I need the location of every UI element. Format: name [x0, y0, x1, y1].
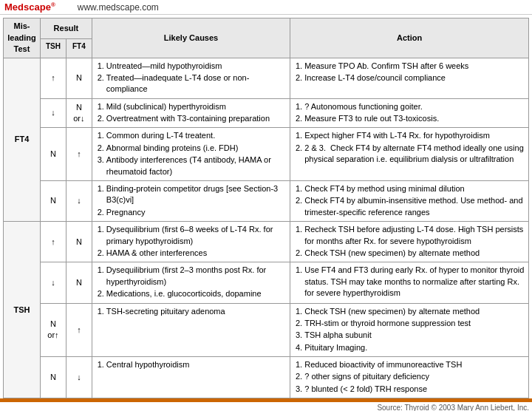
action-cell: Check TSH (new specimen) by alternate me…: [290, 303, 529, 357]
tsh-value: N: [40, 357, 66, 398]
section-tsh: TSH: [4, 222, 41, 398]
ft4-value: N: [66, 262, 92, 303]
causes-cell: Dysequilibrium (first 2–3 months post Rx…: [92, 262, 290, 303]
ft4-value: Nor↓: [66, 98, 92, 128]
table-row: N ↑ Common during L-T4 treatent. Abnorma…: [4, 128, 529, 181]
table-row: ↓ N Dysequilibrium (first 2–3 months pos…: [4, 262, 529, 303]
table-row: Nor↑ ↑ TSH-secreting pituitary adenoma C…: [4, 303, 529, 357]
action-cell: Use FT4 and FT3 during early Rx. of hype…: [290, 262, 529, 303]
col-header-action: Action: [290, 18, 529, 58]
tsh-value: ↓: [40, 98, 66, 128]
reference-table: Mis-leadingTest Result Likely Causes Act…: [3, 18, 529, 398]
table-header-row: Mis-leadingTest Result Likely Causes Act…: [4, 18, 529, 38]
header: Medscape® www.medscape.com: [0, 0, 532, 15]
table-row: ↓ Nor↓ Mild (subclinical) hyperthyroidis…: [4, 98, 529, 128]
causes-cell: Dysequilibrium (first 6–8 weeks of L-T4 …: [92, 222, 290, 262]
causes-cell: TSH-secreting pituitary adenoma: [92, 303, 290, 357]
table-row: N ↓ Central hypothyroidism Reduced bioac…: [4, 357, 529, 398]
ft4-value: ↓: [66, 181, 92, 222]
causes-cell: Binding-protein competitor drugs [see Se…: [92, 181, 290, 222]
table-row: FT4 ↑ N Untreated—mild hypothyroidism Tr…: [4, 58, 529, 98]
header-url: www.medscape.com: [78, 2, 159, 13]
ft4-value: N: [66, 58, 92, 98]
col-header-result: Result: [40, 18, 92, 38]
table-row: N ↓ Binding-protein competitor drugs [se…: [4, 181, 529, 222]
causes-cell: Untreated—mild hypothyroidism Treated—in…: [92, 58, 290, 98]
ft4-value: ↑: [66, 303, 92, 357]
action-cell: Check FT4 by method using minimal diluti…: [290, 181, 529, 222]
action-cell: ? Autonomous functioning goiter. Measure…: [290, 98, 529, 128]
action-cell: Reduced bioactivity of immunoreactive TS…: [290, 357, 529, 398]
footer: Source: Thyroid © 2003 Mary Ann Liebert,…: [0, 401, 532, 411]
tsh-value: ↓: [40, 262, 66, 303]
tsh-value: N: [40, 181, 66, 222]
causes-cell: Mild (subclinical) hyperthyroidism Overt…: [92, 98, 290, 128]
action-cell: Expect higher FT4 with L-T4 Rx. for hypo…: [290, 128, 529, 181]
col-header-tsh: TSH: [40, 38, 66, 58]
section-ft4: FT4: [4, 58, 41, 222]
tsh-value: ↑: [40, 58, 66, 98]
col-header-ft4: FT4: [66, 38, 92, 58]
causes-cell: Central hypothyroidism: [92, 357, 290, 398]
ft4-value: ↓: [66, 357, 92, 398]
action-cell: Recheck TSH before adjusting L-T4 dose. …: [290, 222, 529, 262]
causes-cell: Common during L-T4 treatent. Abnormal bi…: [92, 128, 290, 181]
action-cell: Measure TPO Ab. Confirm TSH after 6 week…: [290, 58, 529, 98]
main-content: Mis-leadingTest Result Likely Causes Act…: [0, 15, 532, 398]
col-header-misleading: Mis-leadingTest: [4, 18, 41, 58]
ft4-value: N: [66, 222, 92, 262]
logo: Medscape®: [4, 1, 55, 13]
footer-text: Source: Thyroid © 2003 Mary Ann Liebert,…: [377, 404, 529, 411]
col-header-causes: Likely Causes: [92, 18, 290, 58]
table-row: TSH ↑ N Dysequilibrium (first 6–8 weeks …: [4, 222, 529, 262]
tsh-value: Nor↑: [40, 303, 66, 357]
tsh-value: N: [40, 128, 66, 181]
ft4-value: ↑: [66, 128, 92, 181]
tsh-value: ↑: [40, 222, 66, 262]
